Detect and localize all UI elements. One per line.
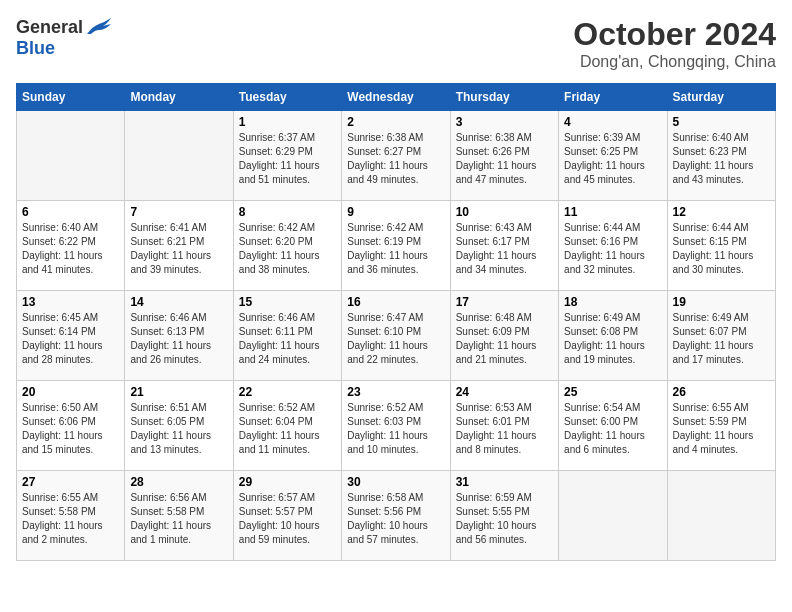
calendar-week-row: 1Sunrise: 6:37 AM Sunset: 6:29 PM Daylig… (17, 111, 776, 201)
day-number: 27 (22, 475, 119, 489)
calendar-cell: 29Sunrise: 6:57 AM Sunset: 5:57 PM Dayli… (233, 471, 341, 561)
day-info: Sunrise: 6:48 AM Sunset: 6:09 PM Dayligh… (456, 311, 553, 367)
day-info: Sunrise: 6:44 AM Sunset: 6:16 PM Dayligh… (564, 221, 661, 277)
weekday-header-sunday: Sunday (17, 84, 125, 111)
logo: General Blue (16, 16, 113, 59)
day-number: 13 (22, 295, 119, 309)
day-number: 26 (673, 385, 770, 399)
calendar-cell (125, 111, 233, 201)
day-number: 18 (564, 295, 661, 309)
day-number: 2 (347, 115, 444, 129)
day-info: Sunrise: 6:56 AM Sunset: 5:58 PM Dayligh… (130, 491, 227, 547)
weekday-header-thursday: Thursday (450, 84, 558, 111)
day-number: 8 (239, 205, 336, 219)
day-info: Sunrise: 6:49 AM Sunset: 6:07 PM Dayligh… (673, 311, 770, 367)
calendar-cell: 4Sunrise: 6:39 AM Sunset: 6:25 PM Daylig… (559, 111, 667, 201)
calendar-cell: 31Sunrise: 6:59 AM Sunset: 5:55 PM Dayli… (450, 471, 558, 561)
calendar-cell: 18Sunrise: 6:49 AM Sunset: 6:08 PM Dayli… (559, 291, 667, 381)
day-info: Sunrise: 6:45 AM Sunset: 6:14 PM Dayligh… (22, 311, 119, 367)
day-info: Sunrise: 6:37 AM Sunset: 6:29 PM Dayligh… (239, 131, 336, 187)
weekday-header-friday: Friday (559, 84, 667, 111)
calendar-week-row: 27Sunrise: 6:55 AM Sunset: 5:58 PM Dayli… (17, 471, 776, 561)
day-info: Sunrise: 6:42 AM Sunset: 6:19 PM Dayligh… (347, 221, 444, 277)
day-info: Sunrise: 6:38 AM Sunset: 6:26 PM Dayligh… (456, 131, 553, 187)
weekday-header-tuesday: Tuesday (233, 84, 341, 111)
location-text: Dong'an, Chongqing, China (573, 53, 776, 71)
day-info: Sunrise: 6:53 AM Sunset: 6:01 PM Dayligh… (456, 401, 553, 457)
title-section: October 2024 Dong'an, Chongqing, China (573, 16, 776, 71)
day-info: Sunrise: 6:52 AM Sunset: 6:04 PM Dayligh… (239, 401, 336, 457)
day-number: 16 (347, 295, 444, 309)
calendar-cell: 12Sunrise: 6:44 AM Sunset: 6:15 PM Dayli… (667, 201, 775, 291)
day-info: Sunrise: 6:46 AM Sunset: 6:13 PM Dayligh… (130, 311, 227, 367)
calendar-cell: 13Sunrise: 6:45 AM Sunset: 6:14 PM Dayli… (17, 291, 125, 381)
day-number: 25 (564, 385, 661, 399)
day-number: 31 (456, 475, 553, 489)
calendar-cell: 11Sunrise: 6:44 AM Sunset: 6:16 PM Dayli… (559, 201, 667, 291)
day-info: Sunrise: 6:43 AM Sunset: 6:17 PM Dayligh… (456, 221, 553, 277)
calendar-cell: 22Sunrise: 6:52 AM Sunset: 6:04 PM Dayli… (233, 381, 341, 471)
calendar-cell: 28Sunrise: 6:56 AM Sunset: 5:58 PM Dayli… (125, 471, 233, 561)
day-number: 20 (22, 385, 119, 399)
day-info: Sunrise: 6:59 AM Sunset: 5:55 PM Dayligh… (456, 491, 553, 547)
day-number: 22 (239, 385, 336, 399)
day-number: 6 (22, 205, 119, 219)
calendar-cell: 21Sunrise: 6:51 AM Sunset: 6:05 PM Dayli… (125, 381, 233, 471)
calendar-table: SundayMondayTuesdayWednesdayThursdayFrid… (16, 83, 776, 561)
calendar-cell: 30Sunrise: 6:58 AM Sunset: 5:56 PM Dayli… (342, 471, 450, 561)
day-info: Sunrise: 6:40 AM Sunset: 6:23 PM Dayligh… (673, 131, 770, 187)
page-header: General Blue October 2024 Dong'an, Chong… (16, 16, 776, 71)
calendar-cell: 14Sunrise: 6:46 AM Sunset: 6:13 PM Dayli… (125, 291, 233, 381)
calendar-cell: 8Sunrise: 6:42 AM Sunset: 6:20 PM Daylig… (233, 201, 341, 291)
day-number: 29 (239, 475, 336, 489)
calendar-cell: 9Sunrise: 6:42 AM Sunset: 6:19 PM Daylig… (342, 201, 450, 291)
day-number: 10 (456, 205, 553, 219)
day-number: 17 (456, 295, 553, 309)
day-info: Sunrise: 6:50 AM Sunset: 6:06 PM Dayligh… (22, 401, 119, 457)
day-number: 12 (673, 205, 770, 219)
logo-blue-text: Blue (16, 38, 55, 59)
day-info: Sunrise: 6:49 AM Sunset: 6:08 PM Dayligh… (564, 311, 661, 367)
calendar-cell: 27Sunrise: 6:55 AM Sunset: 5:58 PM Dayli… (17, 471, 125, 561)
day-info: Sunrise: 6:55 AM Sunset: 5:58 PM Dayligh… (22, 491, 119, 547)
calendar-cell (667, 471, 775, 561)
calendar-cell: 19Sunrise: 6:49 AM Sunset: 6:07 PM Dayli… (667, 291, 775, 381)
month-title: October 2024 (573, 16, 776, 53)
weekday-header-wednesday: Wednesday (342, 84, 450, 111)
day-info: Sunrise: 6:42 AM Sunset: 6:20 PM Dayligh… (239, 221, 336, 277)
calendar-week-row: 13Sunrise: 6:45 AM Sunset: 6:14 PM Dayli… (17, 291, 776, 381)
day-info: Sunrise: 6:54 AM Sunset: 6:00 PM Dayligh… (564, 401, 661, 457)
logo-general-text: General (16, 17, 83, 38)
day-number: 14 (130, 295, 227, 309)
calendar-cell: 25Sunrise: 6:54 AM Sunset: 6:00 PM Dayli… (559, 381, 667, 471)
day-info: Sunrise: 6:57 AM Sunset: 5:57 PM Dayligh… (239, 491, 336, 547)
day-number: 1 (239, 115, 336, 129)
day-info: Sunrise: 6:46 AM Sunset: 6:11 PM Dayligh… (239, 311, 336, 367)
day-info: Sunrise: 6:39 AM Sunset: 6:25 PM Dayligh… (564, 131, 661, 187)
day-number: 4 (564, 115, 661, 129)
day-info: Sunrise: 6:55 AM Sunset: 5:59 PM Dayligh… (673, 401, 770, 457)
day-number: 30 (347, 475, 444, 489)
calendar-cell: 10Sunrise: 6:43 AM Sunset: 6:17 PM Dayli… (450, 201, 558, 291)
calendar-cell: 24Sunrise: 6:53 AM Sunset: 6:01 PM Dayli… (450, 381, 558, 471)
day-number: 19 (673, 295, 770, 309)
calendar-cell: 15Sunrise: 6:46 AM Sunset: 6:11 PM Dayli… (233, 291, 341, 381)
calendar-cell: 16Sunrise: 6:47 AM Sunset: 6:10 PM Dayli… (342, 291, 450, 381)
calendar-cell: 3Sunrise: 6:38 AM Sunset: 6:26 PM Daylig… (450, 111, 558, 201)
day-number: 28 (130, 475, 227, 489)
calendar-cell: 23Sunrise: 6:52 AM Sunset: 6:03 PM Dayli… (342, 381, 450, 471)
day-number: 15 (239, 295, 336, 309)
calendar-cell: 26Sunrise: 6:55 AM Sunset: 5:59 PM Dayli… (667, 381, 775, 471)
day-info: Sunrise: 6:38 AM Sunset: 6:27 PM Dayligh… (347, 131, 444, 187)
day-number: 23 (347, 385, 444, 399)
calendar-cell: 6Sunrise: 6:40 AM Sunset: 6:22 PM Daylig… (17, 201, 125, 291)
weekday-header-row: SundayMondayTuesdayWednesdayThursdayFrid… (17, 84, 776, 111)
calendar-cell: 7Sunrise: 6:41 AM Sunset: 6:21 PM Daylig… (125, 201, 233, 291)
day-number: 7 (130, 205, 227, 219)
day-number: 24 (456, 385, 553, 399)
calendar-cell: 20Sunrise: 6:50 AM Sunset: 6:06 PM Dayli… (17, 381, 125, 471)
day-number: 21 (130, 385, 227, 399)
day-number: 11 (564, 205, 661, 219)
day-info: Sunrise: 6:41 AM Sunset: 6:21 PM Dayligh… (130, 221, 227, 277)
calendar-week-row: 6Sunrise: 6:40 AM Sunset: 6:22 PM Daylig… (17, 201, 776, 291)
